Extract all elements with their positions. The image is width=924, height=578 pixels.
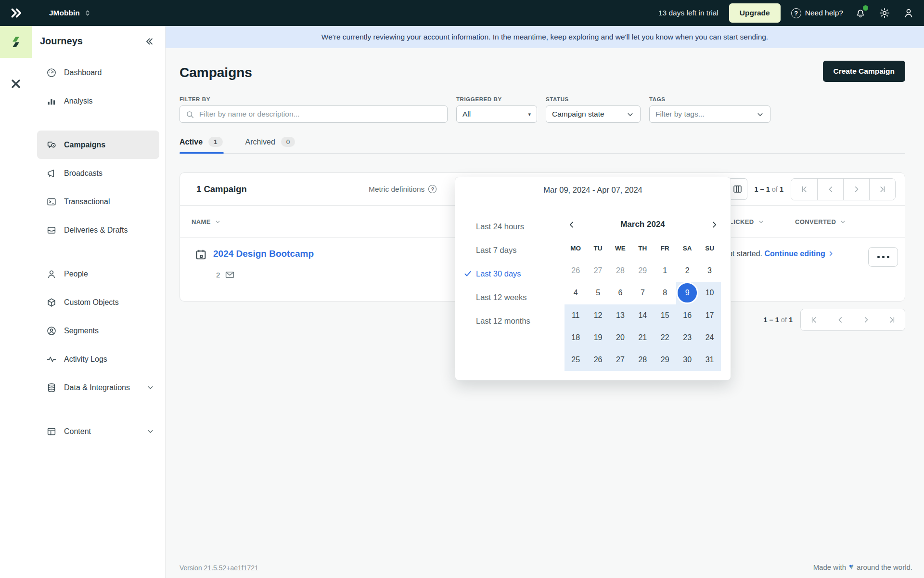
first-page-button[interactable]	[801, 309, 827, 330]
next-month-button[interactable]	[707, 218, 721, 231]
chevron-down-icon	[756, 110, 764, 118]
campaign-name-link[interactable]: 2024 Design Bootcamp	[213, 249, 314, 261]
calendar-day[interactable]: 13	[609, 304, 631, 327]
preset-last-12-months[interactable]: Last 12 months	[455, 309, 561, 333]
sidebar-item-deliveries-drafts[interactable]: Deliveries & Drafts	[37, 216, 159, 244]
more-actions-button[interactable]	[868, 247, 898, 267]
calendar-day[interactable]: 8	[654, 282, 676, 304]
pagination-summary: 1 – 1 of 1	[764, 316, 793, 324]
mobbin-app-tile[interactable]	[0, 70, 32, 97]
need-help-button[interactable]: ? Need help?	[791, 8, 843, 18]
calendar-grid: MOTUWETHFRSASU26272829123456789101112131…	[565, 237, 721, 371]
notifications-button[interactable]	[854, 6, 867, 20]
settings-button[interactable]	[878, 6, 891, 20]
calendar-day[interactable]: 6	[609, 282, 631, 304]
column-header-name[interactable]: NAME	[192, 218, 221, 225]
calendar-day[interactable]: 2	[676, 260, 698, 282]
preset-last-7-days[interactable]: Last 7 days	[455, 238, 561, 262]
sidebar-item-dashboard[interactable]: Dashboard	[37, 58, 159, 87]
weekday-label: TH	[631, 237, 654, 260]
calendar-day[interactable]: 21	[631, 327, 654, 349]
sidebar-item-broadcasts[interactable]: Broadcasts	[37, 159, 159, 187]
calendar-day[interactable]: 11	[565, 304, 587, 327]
preset-last-12-weeks[interactable]: Last 12 weeks	[455, 286, 561, 309]
calendar-day-selected[interactable]: 9	[676, 282, 698, 304]
calendar-day[interactable]: 23	[676, 327, 698, 349]
triggered-by-select[interactable]: All ▾	[456, 105, 537, 123]
calendar-day[interactable]: 29	[631, 260, 654, 282]
metric-definitions-link[interactable]: Metric definitions ?	[369, 185, 436, 194]
calendar-day[interactable]: 27	[609, 349, 631, 371]
page-title: Campaigns	[180, 63, 905, 82]
calendar-day[interactable]: 28	[631, 349, 654, 371]
calendar-day[interactable]: 27	[587, 260, 609, 282]
calendar-day[interactable]: 25	[565, 349, 587, 371]
calendar-day[interactable]: 12	[587, 304, 609, 327]
preset-last-24-hours[interactable]: Last 24 hours	[455, 215, 561, 238]
topbar-right: 13 days left in trial Upgrade ? Need hel…	[658, 3, 924, 23]
x-logo-icon	[10, 78, 22, 90]
calendar-day[interactable]: 20	[609, 327, 631, 349]
account-button[interactable]	[902, 6, 915, 20]
calendar-day[interactable]: 15	[654, 304, 676, 327]
first-page-button[interactable]	[791, 179, 817, 200]
next-page-button[interactable]	[843, 179, 869, 200]
create-campaign-button[interactable]: Create Campaign	[823, 61, 905, 82]
continue-editing-link[interactable]: Continue editing	[765, 250, 825, 258]
calendar-day[interactable]: 28	[609, 260, 631, 282]
preset-last-30-days[interactable]: Last 30 days	[455, 262, 561, 286]
calendar-day[interactable]: 7	[631, 282, 654, 304]
chevron-left-icon	[567, 220, 576, 229]
calendar-day[interactable]: 18	[565, 327, 587, 349]
tab-active[interactable]: Active 1	[180, 137, 224, 153]
calendar-day[interactable]: 3	[698, 260, 720, 282]
tab-archived[interactable]: Archived 0	[245, 137, 296, 153]
upgrade-button[interactable]: Upgrade	[729, 3, 781, 23]
search-input[interactable]	[180, 106, 447, 122]
sidebar-item-people[interactable]: People	[37, 260, 159, 288]
sidebar-item-analysis[interactable]: Analysis	[37, 87, 159, 115]
column-header-converted[interactable]: CONVERTED	[795, 218, 846, 225]
sidebar-item-transactional[interactable]: Transactional	[37, 187, 159, 216]
calendar-day[interactable]: 29	[654, 349, 676, 371]
last-page-button[interactable]	[879, 309, 905, 330]
calendar-day[interactable]: 26	[587, 349, 609, 371]
tab-count-badge: 0	[281, 137, 295, 147]
calendar-day[interactable]: 19	[587, 327, 609, 349]
status-select[interactable]: Campaign state	[546, 105, 641, 123]
sidebar-item-campaigns[interactable]: Campaigns	[37, 131, 159, 159]
previous-page-button[interactable]	[817, 179, 843, 200]
calendar-day[interactable]: 26	[565, 260, 587, 282]
next-page-button[interactable]	[853, 309, 879, 330]
calendar-day[interactable]: 10	[698, 282, 720, 304]
calendar-day[interactable]: 14	[631, 304, 654, 327]
calendar-day[interactable]: 16	[676, 304, 698, 327]
calendar-day[interactable]: 22	[654, 327, 676, 349]
sidebar-item-activity-logs[interactable]: Activity Logs	[37, 345, 159, 373]
collapse-sidebar-button[interactable]	[144, 36, 154, 47]
calendar-day[interactable]: 31	[698, 349, 720, 371]
campaign-count-summary: 1 Campaign	[196, 184, 369, 195]
previous-page-button[interactable]	[827, 309, 853, 330]
calendar-day[interactable]: 4	[565, 282, 587, 304]
banner-message: We're currently reviewing your account i…	[321, 33, 768, 41]
calendar-day[interactable]: 5	[587, 282, 609, 304]
calendar-day[interactable]: 1	[654, 260, 676, 282]
triggered-by-value: All	[462, 110, 471, 118]
weekday-label: SU	[698, 237, 720, 260]
sidebar-item-segments[interactable]: Segments	[37, 316, 159, 345]
previous-month-button[interactable]	[565, 218, 578, 231]
sidebar-item-content[interactable]: Content	[37, 417, 159, 446]
sidebar-item-data-integrations[interactable]: Data & Integrations	[37, 373, 159, 402]
weekday-label: TU	[587, 237, 609, 260]
last-page-button[interactable]	[869, 179, 895, 200]
calendar-day[interactable]: 24	[698, 327, 720, 349]
tags-select[interactable]: Filter by tags...	[649, 105, 770, 123]
calendar-day[interactable]: 30	[676, 349, 698, 371]
sidebar-item-custom-objects[interactable]: Custom Objects	[37, 288, 159, 316]
date-presets: Last 24 hours Last 7 days Last 30 days L…	[455, 215, 561, 333]
workspace-switcher[interactable]: JMobbin	[49, 9, 91, 17]
gear-icon	[879, 7, 890, 19]
journeys-app-tile[interactable]	[0, 26, 32, 58]
calendar-day[interactable]: 17	[698, 304, 720, 327]
